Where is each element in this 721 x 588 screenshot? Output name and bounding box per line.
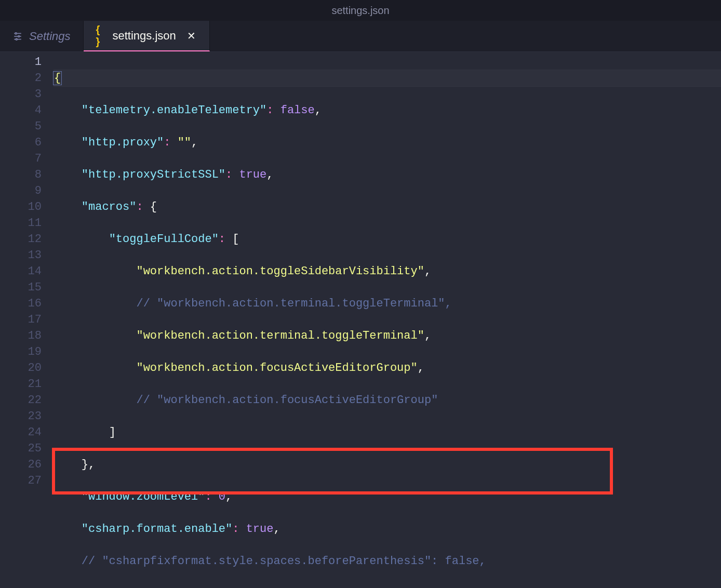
code-line: ] — [54, 424, 721, 440]
code-line: // "csharpfixformat.style.braces.onSameL… — [54, 585, 721, 588]
code-line: // "workbench.action.focusActiveEditorGr… — [54, 392, 721, 408]
code-line: // "workbench.action.terminal.toggleTerm… — [54, 296, 721, 312]
code-line: }, — [54, 457, 721, 473]
tab-settings-json-label: settings.json — [113, 29, 176, 43]
editor-tabs: Settings { } settings.json ✕ — [0, 21, 721, 52]
json-braces-icon: { } — [96, 31, 106, 41]
svg-point-5 — [16, 38, 17, 40]
svg-point-3 — [15, 32, 17, 34]
code-line: "workbench.action.terminal.toggleTermina… — [54, 328, 721, 344]
code-line: "telemetry.enableTelemetry": false, — [54, 102, 721, 118]
window-title-bar: settings.json — [0, 0, 721, 21]
line-number-gutter: 12345 678910 1112131415 1617181920 21222… — [0, 52, 54, 588]
tab-settings[interactable]: Settings — [0, 21, 84, 51]
code-line: "window.zoomLevel": 0, — [54, 489, 721, 505]
code-line: "csharp.format.enable": true, — [54, 521, 721, 537]
svg-point-4 — [18, 35, 20, 37]
code-line: { — [54, 70, 721, 86]
code-line: "workbench.action.toggleSidebarVisibilit… — [54, 263, 721, 279]
code-line: "http.proxy": "", — [54, 135, 721, 151]
code-line: "toggleFullCode": [ — [54, 231, 721, 247]
window-title: settings.json — [331, 5, 389, 17]
tab-settings-label: Settings — [29, 30, 71, 43]
close-icon[interactable]: ✕ — [186, 30, 197, 42]
code-content[interactable]: { "telemetry.enableTelemetry": false, "h… — [54, 52, 721, 588]
code-line: // "csharpfixformat.style.spaces.beforeP… — [54, 553, 721, 569]
settings-list-icon — [12, 31, 23, 42]
editor[interactable]: 12345 678910 1112131415 1617181920 21222… — [0, 52, 721, 588]
code-line: "http.proxyStrictSSL": true, — [54, 167, 721, 183]
tab-settings-json[interactable]: { } settings.json ✕ — [84, 21, 210, 51]
code-line: "macros": { — [54, 199, 721, 215]
code-line: "workbench.action.focusActiveEditorGroup… — [54, 360, 721, 376]
